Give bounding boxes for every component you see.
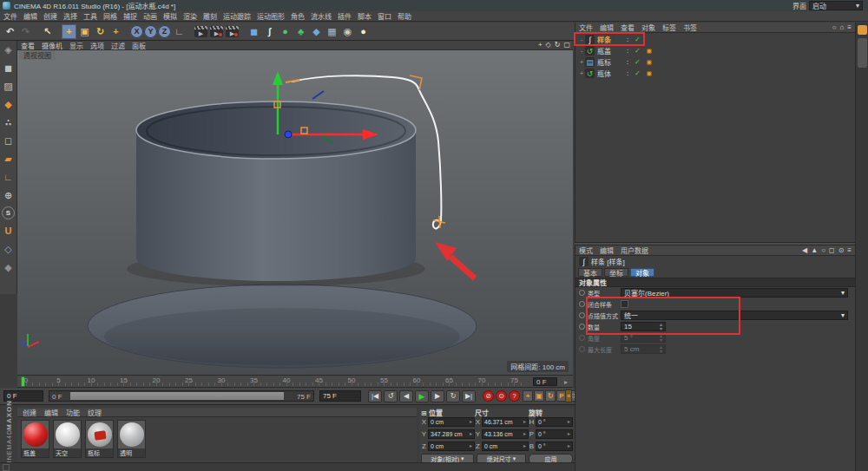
- object-manager-menu-item[interactable]: 书签: [683, 23, 697, 32]
- anim-dot-icon[interactable]: [579, 312, 585, 318]
- gizmo-z-handle[interactable]: [285, 131, 292, 138]
- render-picture-viewer-button[interactable]: ▶: [209, 24, 224, 39]
- focus-icon[interactable]: ⊙: [838, 246, 845, 254]
- tab-基本[interactable]: 基本: [578, 268, 602, 277]
- attribute-menu-item[interactable]: 编辑: [600, 245, 614, 255]
- render-settings-button[interactable]: ▶: [225, 24, 240, 39]
- layout-scroll-handle[interactable]: [858, 38, 867, 68]
- render-view-button[interactable]: ▶: [194, 24, 208, 39]
- subdivision-surface-button[interactable]: ●: [278, 24, 293, 39]
- viewport-menu-item[interactable]: 显示: [69, 41, 83, 50]
- lock-icon[interactable]: ◻: [829, 246, 835, 254]
- light-button[interactable]: ●: [356, 24, 371, 39]
- menubar-item[interactable]: 网格: [103, 11, 117, 21]
- material-menu-item[interactable]: 创建: [23, 408, 36, 417]
- zoom-view-icon[interactable]: ◇: [546, 41, 551, 49]
- play-button[interactable]: ▶: [415, 390, 429, 402]
- modeling-tools-button[interactable]: ♣: [293, 24, 308, 39]
- material-item[interactable]: 瓶盖: [21, 420, 49, 458]
- model-mode-icon[interactable]: ◼: [2, 61, 16, 75]
- viewport-menu-item[interactable]: 查看: [21, 41, 35, 50]
- viewport-menu-item[interactable]: 过滤: [111, 41, 125, 50]
- 3d-scene[interactable]: [17, 50, 573, 375]
- play-backwards-button[interactable]: ↺: [384, 390, 398, 402]
- anim-dot-icon[interactable]: [579, 301, 585, 307]
- visibility-dots-icon[interactable]: :: [623, 36, 632, 43]
- preview-range-bar[interactable]: [70, 392, 284, 400]
- attribute-dropdown[interactable]: 统一▾: [621, 311, 848, 320]
- keyframe-options-button[interactable]: ?: [509, 390, 520, 402]
- menubar-item[interactable]: 动画: [143, 11, 157, 21]
- nav-back-icon[interactable]: ◀: [802, 246, 807, 254]
- object-manager-menu-item[interactable]: 查看: [621, 23, 635, 32]
- rotate-tool[interactable]: ↻: [93, 24, 108, 39]
- next-frame-button[interactable]: ▶: [431, 390, 444, 402]
- maximize-view-icon[interactable]: ▢: [563, 41, 570, 49]
- previous-frame-button[interactable]: ◀: [399, 390, 413, 402]
- texture-mode-icon[interactable]: ▨: [2, 79, 16, 93]
- menubar-item[interactable]: 运动图形: [257, 11, 285, 21]
- enabled-check-icon[interactable]: ✓: [635, 47, 641, 55]
- expander-icon[interactable]: -: [578, 47, 585, 55]
- timeline-ruler[interactable]: 0 F ▸ 051015202530354045505560657075: [17, 375, 573, 388]
- object-manager-menu-item[interactable]: 对象: [641, 23, 655, 32]
- anim-dot-icon[interactable]: [579, 290, 585, 296]
- autokey-button[interactable]: ⊙: [496, 390, 507, 402]
- search-icon[interactable]: ○: [832, 23, 837, 31]
- material-tag-icon[interactable]: [647, 60, 652, 65]
- snap-icon[interactable]: S: [2, 206, 15, 219]
- rotate-view-icon[interactable]: ↻: [555, 41, 561, 49]
- go-to-start-button[interactable]: |◀: [368, 390, 382, 402]
- object-row[interactable]: -↺瓶盖:✓: [575, 45, 855, 56]
- viewport-menu-item[interactable]: 摄像机: [42, 41, 62, 50]
- ruler-scroll-icon[interactable]: ▸: [564, 378, 568, 386]
- search-icon[interactable]: ○: [821, 246, 825, 254]
- visibility-dots-icon[interactable]: :: [623, 69, 632, 77]
- key-rotation-toggle[interactable]: ↻: [545, 390, 556, 402]
- menubar-item[interactable]: 雕刻: [203, 11, 217, 21]
- deformer-button[interactable]: ◆: [309, 24, 324, 39]
- attribute-number-field[interactable]: 15: [621, 322, 666, 331]
- coordinate-field[interactable]: 43.136 cm▸: [482, 429, 529, 439]
- magnet-snap-icon[interactable]: U: [2, 224, 16, 238]
- ruler-frame-field[interactable]: 0 F: [533, 377, 557, 386]
- lock-y-button[interactable]: Y: [144, 25, 157, 38]
- object-row[interactable]: +▤瓶标:✓: [575, 56, 855, 68]
- material-menu-item[interactable]: 功能: [66, 408, 80, 417]
- anim-dot-icon[interactable]: [579, 346, 585, 352]
- key-scale-toggle[interactable]: ▣: [534, 390, 544, 402]
- nav-up-icon[interactable]: ▲: [811, 246, 818, 254]
- expander-icon[interactable]: -: [578, 36, 585, 43]
- panel-menu-icon[interactable]: ≡: [847, 246, 852, 254]
- menubar-item[interactable]: 文件: [3, 11, 17, 21]
- workplane-mode-icon[interactable]: ◆: [2, 97, 16, 111]
- perspective-viewport[interactable]: 查看摄像机显示选项过滤面板 +◇↻▢ 透视视图: [17, 41, 573, 375]
- attribute-menu-item[interactable]: 模式: [579, 245, 593, 255]
- material-tag-icon[interactable]: [647, 71, 652, 76]
- attribute-dropdown[interactable]: 贝塞尔(Bezier)▾: [621, 288, 848, 298]
- visibility-dots-icon[interactable]: :: [623, 58, 632, 66]
- viewport-solo-icon[interactable]: ⊕: [2, 188, 16, 202]
- viewport-menu-item[interactable]: 面板: [132, 41, 146, 50]
- material-item[interactable]: 透明: [117, 420, 146, 458]
- coordinate-field[interactable]: 0 °▸: [536, 417, 573, 427]
- viewport-menu-item[interactable]: 选项: [90, 41, 104, 50]
- visibility-dots-icon[interactable]: :: [623, 47, 632, 55]
- enable-axis-icon[interactable]: ∟: [2, 170, 16, 184]
- camera-button[interactable]: ◉: [340, 24, 355, 39]
- object-row[interactable]: +↺瓶体:✓: [575, 68, 855, 79]
- attribute-checkbox[interactable]: [621, 300, 628, 308]
- expander-icon[interactable]: +: [578, 69, 585, 77]
- spline-pen-button[interactable]: ∫: [262, 24, 277, 39]
- tab-对象[interactable]: 对象: [630, 268, 654, 277]
- attribute-menu-item[interactable]: 用户数据: [621, 245, 648, 255]
- enabled-check-icon[interactable]: ✓: [635, 69, 641, 77]
- menubar-item[interactable]: 选择: [63, 11, 77, 21]
- viewport-tab[interactable]: 透视视图: [19, 50, 56, 60]
- primitive-cube-button[interactable]: ◼: [247, 24, 261, 39]
- object-manager-menu-item[interactable]: 编辑: [600, 23, 614, 32]
- menubar-item[interactable]: 工具: [83, 11, 97, 21]
- record-keyframe-button[interactable]: ⊘: [483, 390, 494, 402]
- key-position-toggle[interactable]: +: [523, 390, 533, 402]
- anim-dot-icon[interactable]: [579, 324, 585, 330]
